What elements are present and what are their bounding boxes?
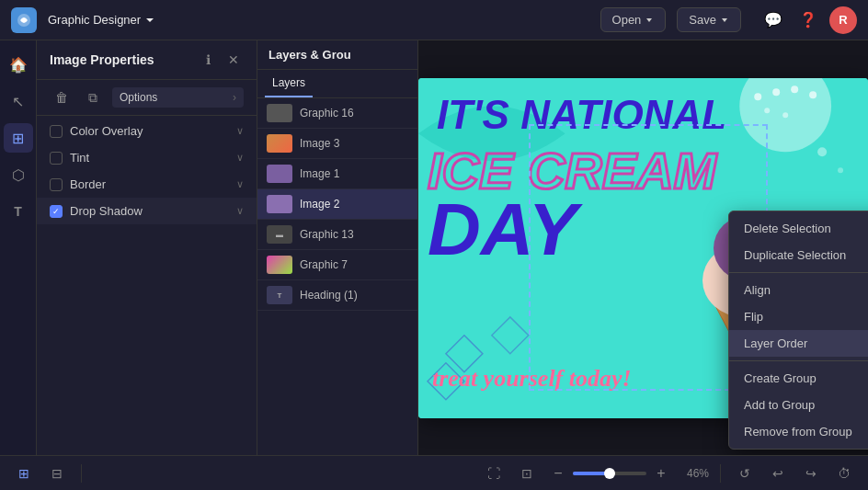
canvas-text-day: DAY [428, 193, 577, 267]
context-layer-order[interactable]: Layer Order › Move Backwards Move Forwar… [729, 330, 868, 357]
fullscreen-icon[interactable]: ⛶ [481, 461, 507, 486]
context-separator-1 [729, 272, 868, 273]
icon-sidebar: 🏠 ↖ ⊞ ⬡ T [0, 40, 37, 455]
chevron-down-icon [720, 16, 729, 25]
fit-icon[interactable]: ⊡ [514, 461, 540, 486]
layer-name-heading1: Heading (1) [300, 289, 358, 302]
svg-point-2 [754, 93, 761, 100]
zoom-label: 46% [676, 467, 709, 480]
svg-point-5 [809, 91, 817, 98]
zoom-in-button[interactable]: + [650, 462, 672, 484]
sidebar-text-icon[interactable]: T [4, 197, 33, 226]
bottombar-grid-icon[interactable]: ⊟ [44, 461, 70, 486]
main-layout: 🏠 ↖ ⊞ ⬡ T Image Properties ℹ ✕ 🗑 ⧉ Optio… [0, 40, 868, 455]
panel-info-button[interactable]: ℹ [198, 50, 218, 70]
drop-shadow-checkbox[interactable] [50, 205, 63, 218]
context-delete[interactable]: Delete Selection Del [729, 215, 868, 242]
layer-name-graphic13: Graphic 13 [300, 228, 354, 241]
context-remove-from-group[interactable]: Remove from Group › [729, 418, 868, 445]
panel-close-button[interactable]: ✕ [223, 50, 244, 70]
svg-point-4 [791, 85, 798, 93]
bottombar: ⊞ ⊟ ⛶ ⊡ − + 46% ↺ ↩ ↪ ⏱ [0, 455, 868, 490]
context-duplicate[interactable]: Duplicate Selection ⌘ D [729, 242, 868, 268]
drop-shadow-expand[interactable]: ∨ [236, 205, 244, 217]
sidebar-layers-icon[interactable]: ⊞ [4, 123, 33, 153]
layer-thumb-heading1: T [267, 286, 292, 304]
layer-item-graphic7[interactable]: Graphic 7 [257, 250, 417, 280]
bottombar-separator [81, 464, 82, 483]
sidebar-pointer-icon[interactable]: ↖ [4, 86, 33, 116]
border-row[interactable]: Border ∨ [37, 171, 257, 198]
border-label: Border [70, 177, 229, 191]
copy-icon[interactable]: ⧉ [81, 85, 105, 109]
history-icon[interactable]: ⏱ [831, 461, 857, 486]
border-checkbox[interactable] [50, 178, 63, 191]
layers-list: Graphic 16 Image 3 Image 1 Image 2 ▬ Gra… [257, 98, 417, 455]
context-align[interactable]: Align › [729, 277, 868, 303]
border-expand[interactable]: ∨ [236, 178, 244, 190]
options-button[interactable]: Options › [112, 87, 244, 108]
layer-thumb-graphic7 [267, 256, 292, 274]
layer-item-image1[interactable]: Image 1 [257, 159, 417, 189]
layers-group-title: Layers & Grou [268, 48, 351, 62]
chevron-right-icon: › [233, 91, 236, 104]
tint-row[interactable]: Tint ∨ [37, 144, 257, 171]
help-icon[interactable]: ❓ [794, 6, 822, 34]
layer-name-graphic7: Graphic 7 [300, 258, 348, 271]
layer-item-heading1[interactable]: T Heading (1) [257, 280, 417, 311]
drop-shadow-row[interactable]: Drop Shadow ∨ [37, 198, 257, 224]
chat-icon[interactable]: 💬 [760, 6, 787, 34]
sidebar-shapes-icon[interactable]: ⬡ [4, 160, 33, 189]
undo-icon[interactable]: ↩ [765, 461, 791, 486]
bottombar-layers-icon[interactable]: ⊞ [11, 461, 37, 486]
avatar[interactable]: R [829, 6, 857, 34]
color-overlay-row[interactable]: Color Overlay ∨ [37, 118, 257, 144]
redo-icon[interactable]: ↪ [798, 461, 824, 486]
refresh-icon[interactable]: ↺ [732, 461, 758, 486]
layers-group-header: Layers & Grou [257, 40, 417, 70]
panel-toolbar: 🗑 ⧉ Options › [37, 80, 257, 116]
canvas-text-treat: treat yourself today! [432, 365, 632, 393]
layer-name-image3: Image 3 [300, 137, 339, 150]
chevron-down-icon [645, 16, 654, 25]
open-button[interactable]: Open [600, 7, 667, 32]
layers-panel: Layers & Grou Layers Graphic 16 Image 3 … [257, 40, 418, 455]
color-overlay-expand[interactable]: ∨ [236, 125, 244, 137]
layer-name-graphic16: Graphic 16 [300, 107, 354, 120]
zoom-out-button[interactable]: − [547, 462, 569, 484]
layer-item-graphic13[interactable]: ▬ Graphic 13 [257, 220, 417, 250]
zoom-controls: − + 46% [547, 462, 709, 484]
chevron-down-icon [144, 15, 155, 26]
svg-point-6 [764, 108, 770, 113]
layer-name-image1: Image 1 [300, 167, 339, 180]
tint-checkbox[interactable] [50, 152, 63, 165]
context-create-group[interactable]: Create Group [729, 365, 868, 392]
delete-icon[interactable]: 🗑 [50, 85, 74, 109]
layer-thumb-image2 [267, 195, 292, 213]
properties-rows: Color Overlay ∨ Tint ∨ Border ∨ Drop Sha… [37, 116, 257, 226]
panel-header: Image Properties ℹ ✕ [37, 40, 257, 80]
layer-thumb-graphic16 [267, 104, 292, 122]
tint-expand[interactable]: ∨ [236, 152, 244, 164]
save-button[interactable]: Save [677, 7, 741, 32]
context-flip[interactable]: Flip › [729, 303, 868, 330]
zoom-slider[interactable] [573, 472, 646, 475]
canvas-area[interactable]: IT'S NATIONAL ICE CREAM DAY [418, 40, 868, 455]
bottombar-separator-2 [720, 464, 721, 483]
layer-item-image2[interactable]: Image 2 [257, 189, 417, 220]
context-separator-2 [729, 360, 868, 361]
layer-name-image2: Image 2 [300, 198, 339, 211]
context-menu: Delete Selection Del Duplicate Selection… [728, 211, 868, 450]
layer-thumb-image1 [267, 165, 292, 183]
layer-thumb-image3 [267, 134, 292, 153]
app-name[interactable]: Graphic Designer [48, 13, 155, 27]
topbar-icons: 💬 ❓ R [760, 6, 857, 34]
context-add-to-group[interactable]: Add to Group › [729, 392, 868, 418]
topbar: Graphic Designer Open Save 💬 ❓ R [0, 0, 868, 40]
color-overlay-checkbox[interactable] [50, 125, 63, 138]
app-logo [11, 7, 37, 33]
layer-item-graphic16[interactable]: Graphic 16 [257, 98, 417, 129]
tab-layers[interactable]: Layers [265, 70, 313, 97]
layer-item-image3[interactable]: Image 3 [257, 129, 417, 159]
sidebar-home-icon[interactable]: 🏠 [4, 50, 33, 79]
